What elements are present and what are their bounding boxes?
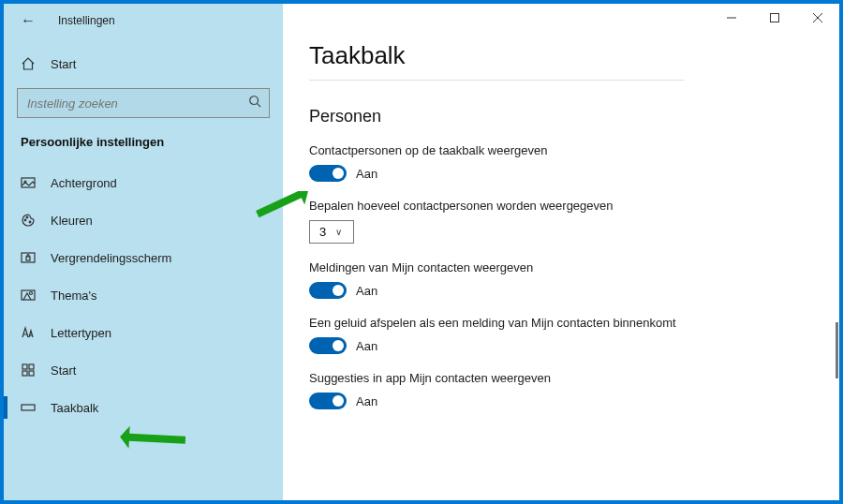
home-label: Start [51,57,76,71]
sidebar-item-label: Start [51,363,76,378]
setting-notifications: Meldingen van Mijn contacten weergeven A… [309,260,839,299]
svg-rect-17 [771,14,779,22]
setting-label: Contactpersonen op de taakbalk weergeven [309,143,839,157]
setting-label: Suggesties in app Mijn contacten weergev… [309,371,839,385]
font-icon [21,325,36,340]
sidebar-body: Start Persoonlijke instellingen Achtergr… [4,37,283,428]
home-button[interactable]: Start [17,47,270,81]
svg-rect-12 [29,364,34,369]
search-icon [248,95,261,111]
toggle-row: Aan [309,165,839,182]
sidebar-item-label: Taakbalk [51,401,98,415]
setting-contacts-count: Bepalen hoeveel contactpersonen worden w… [309,199,839,244]
minimize-button[interactable] [710,4,753,32]
sidebar-item-achtergrond[interactable]: Achtergrond [17,166,270,200]
toggle-state: Aan [356,284,377,298]
toggle-switch[interactable] [309,393,347,409]
sidebar-item-label: Achtergrond [51,176,117,190]
setting-label: Meldingen van Mijn contacten weergeven [309,260,839,274]
palette-icon [21,213,36,228]
svg-rect-15 [22,405,35,410]
sidebar-item-kleuren[interactable]: Kleuren [17,203,270,237]
section-title: Personen [309,107,839,126]
sidebar: ← Instellingen Start Persoonlijke instel… [4,4,283,500]
image-icon [21,175,36,190]
category-heading: Persoonlijke instellingen [17,131,270,166]
toggle-switch[interactable] [309,165,347,182]
setting-label: Een geluid afspelen als een melding van … [309,316,839,330]
svg-rect-8 [26,257,30,260]
sidebar-item-label: Thema's [51,289,96,303]
minimize-icon [727,13,736,22]
maximize-icon [770,13,779,22]
home-icon [21,56,36,71]
start-icon [21,363,36,378]
sidebar-item-label: Lettertypen [51,326,111,340]
chevron-down-icon: ∨ [335,227,342,237]
dropdown-value: 3 [319,225,326,239]
svg-point-5 [26,216,28,218]
contacts-count-dropdown[interactable]: 3 ∨ [309,220,354,244]
svg-point-10 [30,292,33,295]
setting-label: Bepalen hoeveel contactpersonen worden w… [309,199,839,213]
content-area: Taakbalk Personen Contactpersonen op de … [283,4,839,500]
lock-screen-icon [21,250,36,265]
divider [309,80,684,81]
settings-window: ← Instellingen Start Persoonlijke instel… [4,4,839,500]
maximize-button[interactable] [753,4,796,32]
back-arrow-icon[interactable]: ← [21,12,36,29]
svg-line-1 [258,104,261,108]
window-title: Instellingen [58,14,115,27]
sidebar-item-themas[interactable]: Thema's [17,278,270,312]
page-title: Taakbalk [309,41,839,70]
sidebar-item-taakbalk[interactable]: Taakbalk [17,391,270,424]
toggle-state: Aan [356,167,377,181]
taskbar-icon [21,400,36,415]
toggle-state: Aan [356,339,377,353]
search-field[interactable] [27,96,248,111]
theme-icon [21,288,36,303]
setting-sound: Een geluid afspelen als een melding van … [309,316,839,354]
sidebar-item-start[interactable]: Start [17,353,270,387]
window-controls [710,4,839,32]
svg-point-6 [29,221,31,223]
toggle-row: Aan [309,282,839,299]
setting-contacts-show: Contactpersonen op de taakbalk weergeven… [309,143,839,182]
sidebar-item-label: Vergrendelingsscherm [51,251,171,265]
svg-point-4 [24,219,26,221]
close-icon [813,13,822,22]
svg-rect-11 [22,364,27,369]
svg-rect-14 [29,371,34,376]
titlebar: ← Instellingen [4,4,283,37]
search-input[interactable] [17,88,270,118]
toggle-state: Aan [356,394,377,408]
svg-rect-2 [22,178,35,187]
setting-suggestions: Suggesties in app Mijn contacten weergev… [309,371,839,409]
toggle-row: Aan [309,393,839,409]
close-button[interactable] [796,4,839,32]
toggle-switch[interactable] [309,282,347,299]
svg-point-0 [250,96,259,105]
toggle-switch[interactable] [309,337,347,354]
sidebar-item-vergrendelingsscherm[interactable]: Vergrendelingsscherm [17,241,270,274]
svg-rect-13 [22,371,27,376]
toggle-row: Aan [309,337,839,354]
scrollbar-thumb[interactable] [836,322,838,378]
sidebar-item-lettertypen[interactable]: Lettertypen [17,316,270,349]
sidebar-item-label: Kleuren [51,214,93,228]
